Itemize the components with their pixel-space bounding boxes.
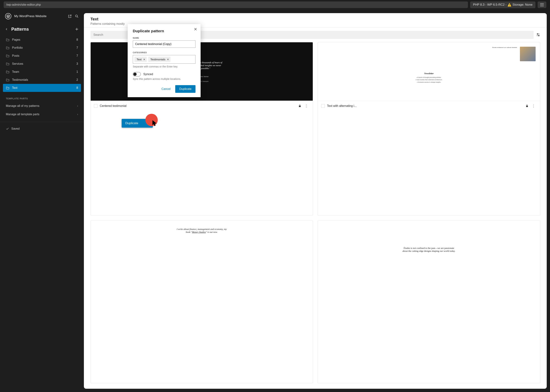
manage-patterns-link[interactable]: Manage all of my patterns › bbox=[0, 102, 84, 110]
menu-button[interactable] bbox=[538, 1, 546, 8]
warning-icon: ⚠️ bbox=[508, 3, 511, 7]
sidebar-item-text[interactable]: Text 8 bbox=[3, 84, 81, 92]
duplicate-pattern-modal: Duplicate pattern NAME CATEGORIES Text ✕… bbox=[128, 24, 201, 97]
categories-hint: Separate with commas or the Enter key. bbox=[133, 65, 196, 68]
saved-status: Saved bbox=[0, 125, 84, 132]
url-bar[interactable]: /wp-admin/site-editor.php bbox=[4, 1, 468, 8]
sidebar-item-pages[interactable]: Pages 8 bbox=[3, 36, 81, 44]
sidebar-item-portfolio[interactable]: Portfolio 7 bbox=[3, 44, 81, 52]
pattern-title: Text with alternating i... bbox=[327, 104, 523, 108]
nav-title: Patterns bbox=[11, 27, 71, 32]
category-list: Pages 8 Portfolio 7 Posts 7 Services 3 T… bbox=[0, 34, 84, 94]
pattern-card[interactable]: I write about finance, management and ec… bbox=[91, 220, 313, 383]
page-title: Text bbox=[91, 17, 540, 21]
pattern-preview: Études is not confined to the past—we ar… bbox=[318, 220, 540, 279]
search-icon[interactable] bbox=[75, 14, 79, 18]
remove-token-icon[interactable]: ✕ bbox=[143, 58, 145, 61]
folder-icon bbox=[6, 54, 9, 57]
synced-hint: Sync this pattern across multiple locati… bbox=[133, 77, 196, 80]
filter-icon[interactable] bbox=[536, 33, 540, 37]
folder-icon bbox=[6, 78, 9, 82]
folder-icon bbox=[6, 38, 9, 41]
pattern-card[interactable]: Études enhanced our cultural clientele. … bbox=[318, 42, 540, 216]
pattern-card[interactable]: Études is not confined to the past—we ar… bbox=[318, 220, 540, 383]
browser-chrome: /wp-admin/site-editor.php PHP 8.3 - WP 6… bbox=[0, 0, 550, 9]
name-label: NAME bbox=[133, 37, 196, 39]
pattern-preview: I write about finance, management and ec… bbox=[91, 220, 313, 279]
manage-template-parts-link[interactable]: Manage all template parts › bbox=[0, 110, 84, 119]
sidebar-item-services[interactable]: Services 3 bbox=[3, 60, 81, 68]
synced-toggle[interactable] bbox=[133, 72, 141, 76]
close-button[interactable] bbox=[194, 27, 197, 31]
select-checkbox[interactable] bbox=[94, 104, 98, 108]
category-token: Testimonials ✕ bbox=[148, 57, 171, 62]
svg-point-2 bbox=[538, 35, 539, 36]
main-panel: Text Patterns containing mostly "Études … bbox=[84, 13, 547, 389]
category-token: Text ✕ bbox=[134, 57, 147, 62]
sidebar-item-team[interactable]: Team 1 bbox=[3, 68, 81, 76]
more-menu-button[interactable]: ⋮ bbox=[531, 104, 537, 108]
name-input[interactable] bbox=[133, 41, 196, 48]
modal-title: Duplicate pattern bbox=[133, 29, 196, 33]
svg-point-0 bbox=[76, 15, 78, 17]
pattern-card[interactable]: "Études has saved us thousands of hours … bbox=[91, 42, 313, 216]
sidebar: My WordPress Website Patterns Pages 8 bbox=[0, 9, 84, 392]
select-checkbox[interactable] bbox=[321, 104, 325, 108]
cancel-button[interactable]: Cancel bbox=[158, 85, 173, 93]
pattern-preview: "Études has saved us thousands of hours … bbox=[91, 42, 313, 101]
chevron-right-icon: › bbox=[77, 113, 78, 116]
wordpress-logo[interactable] bbox=[5, 13, 11, 19]
site-title: My WordPress Website bbox=[14, 14, 65, 18]
duplicate-button[interactable]: Duplicate bbox=[175, 85, 196, 93]
lock-icon bbox=[298, 104, 301, 108]
add-pattern-button[interactable] bbox=[75, 27, 79, 31]
cursor-icon bbox=[152, 120, 158, 127]
categories-label: CATEGORIES bbox=[133, 51, 196, 54]
svg-point-1 bbox=[537, 34, 538, 35]
chevron-right-icon: › bbox=[77, 104, 78, 108]
external-link-icon[interactable] bbox=[68, 14, 72, 18]
check-icon bbox=[6, 127, 9, 130]
template-parts-heading: TEMPLATE PARTS bbox=[0, 94, 84, 102]
pattern-title: Centered testimonial bbox=[100, 104, 296, 108]
folder-icon bbox=[6, 86, 9, 90]
remove-token-icon[interactable]: ✕ bbox=[167, 58, 169, 61]
lock-icon bbox=[526, 104, 529, 108]
synced-label: Synced bbox=[143, 73, 153, 76]
sidebar-item-testimonials[interactable]: Testimonials 2 bbox=[3, 76, 81, 84]
environment-pill: PHP 8.3 - WP 6.5-RC2 - ⚠️ Storage: None bbox=[470, 1, 536, 8]
back-button[interactable] bbox=[5, 28, 8, 31]
folder-icon bbox=[6, 46, 9, 49]
sidebar-item-posts[interactable]: Posts 7 bbox=[3, 52, 81, 60]
categories-input[interactable]: Text ✕ Testimonials ✕ bbox=[133, 55, 196, 64]
more-menu-button[interactable]: ⋮ bbox=[303, 104, 310, 108]
folder-icon bbox=[6, 62, 9, 65]
folder-icon bbox=[6, 70, 9, 73]
pattern-preview: Études enhanced our cultural clientele. … bbox=[318, 42, 540, 101]
